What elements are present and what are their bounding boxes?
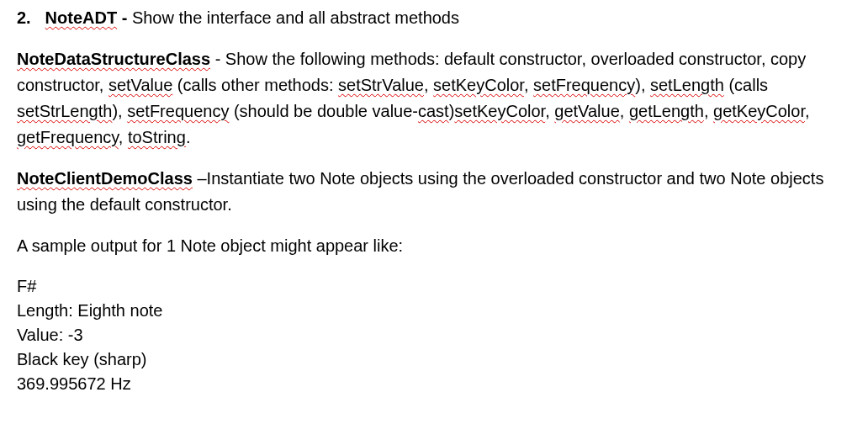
text: , — [119, 128, 128, 146]
method-getlength: getLength — [629, 102, 704, 120]
method-tostring: toString — [128, 128, 186, 146]
section-title-datastructure: NoteDataStructureClass — [17, 50, 210, 68]
method-setstrvalue: setStrValue — [338, 76, 424, 94]
method-setfrequency: setFrequency — [533, 76, 635, 94]
sample-line-3: Value: -3 — [17, 323, 851, 347]
method-getfrequency: getFrequency — [17, 128, 119, 146]
text: , — [620, 102, 629, 120]
method-cast: cast — [418, 102, 449, 120]
sample-line-4: Black key (sharp) — [17, 347, 851, 372]
method-setkeycolor: setKeyColor — [433, 76, 524, 94]
dash: - — [117, 8, 127, 27]
method-setkeycolor-2: setKeyColor — [454, 102, 545, 120]
method-getvalue: getValue — [554, 102, 619, 120]
note-client-demo-paragraph: NoteClientDemoClass –Instantiate two Not… — [17, 166, 851, 218]
text: (calls — [724, 76, 768, 94]
section-title-noteadt: NoteADT — [45, 8, 118, 27]
text: ), — [635, 76, 650, 94]
text: , — [805, 102, 810, 120]
sample-output-label: A sample output for 1 Note object might … — [17, 233, 851, 259]
text: , — [524, 76, 533, 94]
text: (calls other methods: — [172, 76, 338, 94]
sample-line-2: Length: Eighth note — [17, 299, 851, 323]
note-data-structure-paragraph: NoteDataStructureClass - Show the follow… — [17, 46, 851, 151]
method-setlength: setLength — [650, 76, 724, 94]
sample-line-1: F# — [17, 274, 851, 299]
text: , — [704, 102, 713, 120]
noteadt-description: Show the interface and all abstract meth… — [127, 8, 459, 27]
method-setvalue: setValue — [108, 76, 172, 94]
list-item-2: 2. NoteADT - Show the interface and all … — [17, 5, 851, 31]
text: (should be double value- — [229, 102, 418, 120]
section-title-clientdemo: NoteClientDemoClass — [17, 169, 193, 188]
list-number: 2. — [17, 5, 40, 31]
method-setfrequency-2: setFrequency — [127, 102, 229, 120]
sample-line-5: 369.995672 Hz — [17, 372, 851, 396]
text: , — [545, 102, 554, 120]
document-body: 2. NoteADT - Show the interface and all … — [0, 0, 868, 405]
method-setstrlength: setStrLength — [17, 102, 112, 120]
text: , — [424, 76, 433, 94]
text: . — [186, 128, 191, 146]
method-getkeycolor: getKeyColor — [713, 102, 805, 120]
text: ), — [112, 102, 127, 120]
